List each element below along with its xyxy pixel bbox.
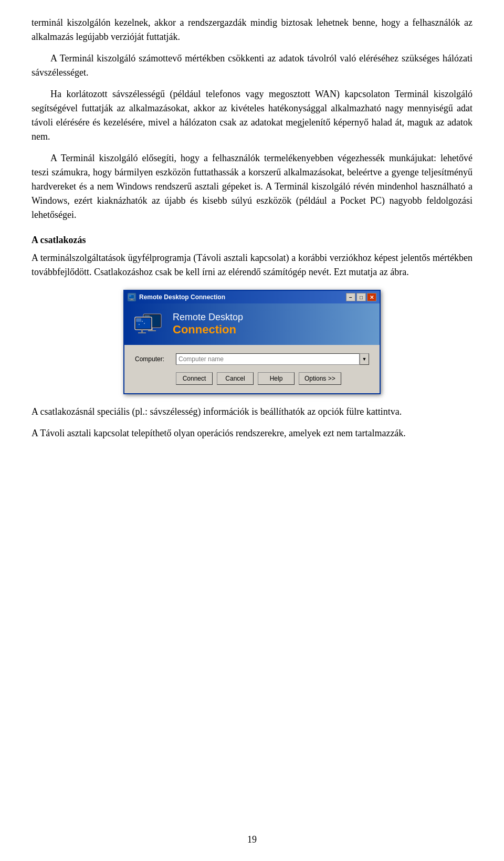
svg-rect-16 xyxy=(141,330,143,332)
paragraph-4: A Terminál kiszolgáló elősegíti, hogy a … xyxy=(32,151,472,222)
close-button[interactable]: ✕ xyxy=(367,293,376,301)
titlebar-buttons: − □ ✕ xyxy=(346,293,376,301)
paragraph-2: A Terminál kiszolgáló számottevő mértékb… xyxy=(32,51,472,80)
restore-button[interactable]: □ xyxy=(356,293,366,301)
paragraph-7: A Távoli asztali kapcsolat telepíthető o… xyxy=(32,426,472,440)
computer-label: Computer: xyxy=(135,355,172,363)
connect-button[interactable]: Connect xyxy=(176,372,213,385)
svg-rect-17 xyxy=(138,332,146,333)
rdc-header: Remote Desktop Connection xyxy=(124,303,380,345)
header-line2: Connection xyxy=(173,323,243,337)
rdc-header-icon xyxy=(133,310,164,339)
options-button[interactable]: Options >> xyxy=(299,372,341,385)
rdc-header-text: Remote Desktop Connection xyxy=(173,312,243,337)
paragraph-5: A terminálszolgáltatások ügyfélprogramja… xyxy=(32,251,472,279)
computer-input-container: ▼ xyxy=(176,353,369,365)
paragraph-6: A csatlakozásnál speciális (pl.: sávszél… xyxy=(32,405,472,419)
section-title: A csatlakozás xyxy=(32,235,472,246)
header-line1: Remote Desktop xyxy=(173,312,243,323)
svg-rect-2 xyxy=(129,295,131,297)
dropdown-button[interactable]: ▼ xyxy=(360,353,369,365)
page-number: 19 xyxy=(247,834,257,845)
cancel-button[interactable]: Cancel xyxy=(217,372,254,385)
svg-rect-9 xyxy=(148,330,156,331)
svg-rect-4 xyxy=(130,300,134,300)
rdc-app-icon xyxy=(128,293,136,301)
help-button[interactable]: Help xyxy=(258,372,295,385)
screenshot-container: Remote Desktop Connection − □ ✕ xyxy=(32,290,472,394)
titlebar-text: Remote Desktop Connection xyxy=(139,293,225,301)
paragraph-1: terminál kiszolgálón kezelnek, akkor a r… xyxy=(32,16,472,44)
svg-point-14 xyxy=(144,323,145,324)
computer-name-input[interactable] xyxy=(176,353,360,365)
paragraph-3: Ha korlátozott sávszélességű (például te… xyxy=(32,87,472,144)
buttons-row: Connect Cancel Help Options >> xyxy=(135,372,369,385)
svg-rect-12 xyxy=(136,318,141,322)
svg-point-15 xyxy=(139,324,140,325)
svg-rect-3 xyxy=(131,299,133,300)
rdc-dialog: Remote Desktop Connection − □ ✕ xyxy=(123,290,381,394)
svg-point-13 xyxy=(142,321,143,322)
titlebar-left: Remote Desktop Connection xyxy=(128,293,225,301)
minimize-button[interactable]: − xyxy=(346,293,355,301)
rdc-titlebar: Remote Desktop Connection − □ ✕ xyxy=(124,291,380,303)
rdc-form: Computer: ▼ Connect Cancel Help Options … xyxy=(124,345,380,393)
computer-row: Computer: ▼ xyxy=(135,353,369,365)
